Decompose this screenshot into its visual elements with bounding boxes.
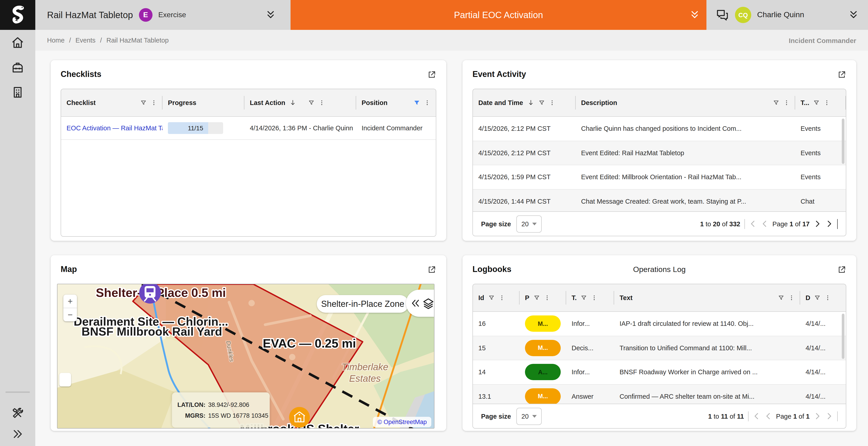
- kebab-menu-icon[interactable]: [591, 295, 598, 301]
- checklists-table-header: Checklist Progress Last Action Position: [61, 89, 436, 117]
- sidebar-tools-icon[interactable]: [11, 406, 25, 420]
- activation-banner[interactable]: Partial EOC Activation: [290, 0, 707, 30]
- breadcrumb-separator: /: [100, 37, 102, 44]
- previous-page-icon[interactable]: [761, 220, 768, 228]
- column-header-date-time: Date and Time: [473, 89, 576, 116]
- app-logo[interactable]: [0, 0, 35, 30]
- event-activity-row[interactable]: 4/15/2026, 1:44 PM CST Chat Message Crea…: [473, 189, 846, 211]
- checklist-row[interactable]: EOC Activation — Rail HazMat Tabletop 11…: [61, 117, 436, 140]
- shelter-marker[interactable]: [289, 407, 310, 428]
- event-activity-row[interactable]: 4/15/2026, 1:59 PM CST Event Edited: Mil…: [473, 165, 846, 189]
- kebab-menu-icon[interactable]: [783, 100, 790, 106]
- breadcrumb-events[interactable]: Events: [75, 37, 95, 44]
- event-activity-pagination: Page size 20 1 to 20 of 332: [473, 211, 846, 236]
- logbooks-pagination: Page size 20 1 to 11 of 11: [473, 404, 846, 428]
- filter-icon[interactable]: [814, 295, 821, 301]
- mgrs-label: MGRS:: [177, 412, 206, 419]
- banner-chevron-down-icon[interactable]: [689, 9, 700, 20]
- event-activity-table-header: Date and Time Description T...: [473, 89, 846, 117]
- filter-active-icon[interactable]: [414, 100, 420, 106]
- kebab-menu-icon[interactable]: [151, 100, 157, 106]
- breadcrumb: Home / Events / Rail HazMat Tabletop Inc…: [35, 30, 868, 51]
- sidebar-toolbox-icon[interactable]: [11, 61, 25, 74]
- layers-icon[interactable]: [422, 297, 434, 309]
- checklist-position: Incident Commander: [356, 124, 436, 132]
- sort-descending-icon[interactable]: [289, 99, 297, 106]
- kebab-menu-icon[interactable]: [825, 295, 831, 301]
- user-avatar[interactable]: CQ: [735, 7, 751, 23]
- filter-icon[interactable]: [538, 100, 545, 106]
- breadcrumb-home[interactable]: Home: [47, 37, 64, 44]
- sort-descending-icon[interactable]: [527, 99, 534, 106]
- logbook-row[interactable]: 15 M... Decis... Transition to Unified C…: [473, 336, 846, 360]
- logbooks-open-external-icon[interactable]: [837, 265, 846, 274]
- page-size-select[interactable]: 20: [516, 408, 542, 425]
- sidebar-building-icon[interactable]: [11, 86, 25, 99]
- kebab-menu-icon[interactable]: [549, 100, 555, 106]
- filter-icon[interactable]: [581, 295, 587, 301]
- scrollbar-thumb[interactable]: [842, 119, 844, 164]
- first-page-icon[interactable]: [749, 220, 756, 228]
- zone-label-pill: Shelter-in-Place Zone: [317, 295, 409, 313]
- column-header-last-action: Last Action: [244, 89, 356, 116]
- first-page-icon[interactable]: [753, 412, 760, 420]
- previous-page-icon[interactable]: [764, 412, 772, 420]
- priority-pill: M...: [525, 340, 561, 356]
- event-menu-chevron-down-icon[interactable]: [265, 9, 276, 20]
- sidebar-home-icon[interactable]: [11, 36, 25, 49]
- filter-icon[interactable]: [308, 100, 315, 106]
- next-page-icon[interactable]: [814, 412, 822, 420]
- filter-icon[interactable]: [813, 100, 820, 106]
- chat-icon[interactable]: [715, 8, 729, 22]
- scrollbar-thumb[interactable]: [842, 314, 844, 359]
- column-header-priority: P: [520, 284, 566, 311]
- page-size-select[interactable]: 20: [516, 215, 542, 232]
- kebab-menu-icon[interactable]: [319, 100, 325, 106]
- event-title: Rail HazMat Tabletop: [47, 10, 133, 20]
- top-bar: Rail HazMat Tabletop E Exercise Partial …: [0, 0, 868, 30]
- kebab-menu-icon[interactable]: [788, 295, 795, 301]
- event-activity-row[interactable]: 4/15/2026, 2:12 PM CST Charlie Quinn has…: [473, 117, 846, 141]
- map-canvas[interactable]: Timberlake Estates Dunkles Shelter-in-Pl…: [57, 284, 434, 428]
- filter-icon[interactable]: [778, 295, 784, 301]
- last-page-icon[interactable]: [826, 412, 833, 420]
- latlon-label: LAT/LON:: [177, 401, 206, 408]
- logbook-row[interactable]: 16 M... Infor... IAP-1 draft circulated …: [473, 312, 846, 336]
- filter-icon[interactable]: [140, 100, 147, 106]
- collapse-left-icon[interactable]: [411, 299, 420, 308]
- event-activity-open-external-icon[interactable]: [837, 70, 846, 79]
- page-text: Page 1 of 1: [776, 413, 810, 420]
- filter-icon[interactable]: [773, 100, 779, 106]
- checklists-open-external-icon[interactable]: [427, 70, 436, 79]
- next-page-icon[interactable]: [814, 220, 822, 228]
- exercise-badge: E: [139, 8, 152, 22]
- user-name: Charlie Quinn: [757, 10, 804, 20]
- current-role-label: Incident Commander: [789, 36, 856, 44]
- user-menu-chevron-down-icon[interactable]: [848, 9, 859, 20]
- kebab-menu-icon[interactable]: [424, 100, 430, 106]
- progress-bar: 11/15: [168, 122, 223, 134]
- kebab-menu-icon[interactable]: [499, 295, 505, 301]
- checklist-link[interactable]: EOC Activation — Rail HazMat Tabletop: [66, 124, 162, 132]
- breadcrumb-current: Rail HazMat Tabletop: [106, 37, 168, 44]
- page-text: Page 1 of 17: [772, 220, 810, 227]
- zoom-out-button[interactable]: −: [63, 308, 77, 321]
- filter-icon[interactable]: [533, 295, 540, 301]
- map-open-external-icon[interactable]: [427, 265, 436, 274]
- event-activity-table: Date and Time Description T...: [472, 89, 846, 236]
- event-title-section: Rail HazMat Tabletop E Exercise: [35, 0, 290, 30]
- logbook-row[interactable]: 13.1 M... Answer Confirmed — ARC shelter…: [473, 384, 846, 404]
- logbooks-panel: Logbooks Operations Log Id P T.: [463, 255, 856, 431]
- logbook-row[interactable]: 14 A... Infor... BNSF Roadway Worker in …: [473, 360, 846, 384]
- filter-icon[interactable]: [488, 295, 495, 301]
- sidebar-expand-icon[interactable]: [12, 428, 24, 440]
- zoom-in-button[interactable]: +: [63, 295, 77, 308]
- event-activity-row[interactable]: 4/15/2026, 2:12 PM CST Event Edited: Rai…: [473, 141, 846, 165]
- kebab-menu-icon[interactable]: [824, 100, 830, 106]
- user-section: CQ Charlie Quinn: [707, 0, 868, 30]
- kebab-menu-icon[interactable]: [544, 295, 550, 301]
- openstreetmap-attribution[interactable]: © OpenStreetMap: [373, 417, 431, 427]
- last-page-icon[interactable]: [826, 220, 833, 228]
- map-home-button[interactable]: [59, 373, 71, 386]
- map-layers-control[interactable]: [406, 290, 434, 317]
